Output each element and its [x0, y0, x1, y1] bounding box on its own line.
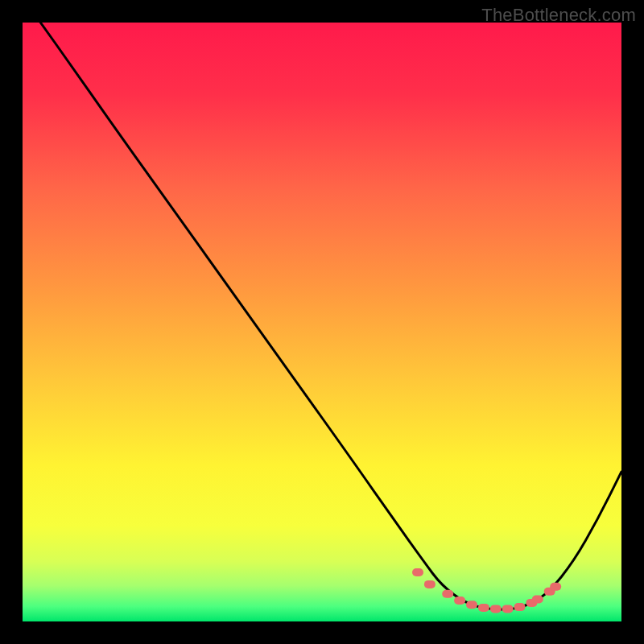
optimal-marker [514, 603, 526, 611]
optimal-marker [502, 605, 514, 613]
optimal-marker [490, 605, 502, 613]
chart-frame: TheBottleneck.com [0, 0, 644, 644]
optimal-marker [442, 590, 453, 598]
plot-area [23, 23, 621, 621]
optimal-marker [412, 568, 423, 576]
bottleneck-curve [23, 23, 621, 621]
optimal-marker [454, 597, 465, 605]
watermark-text: TheBottleneck.com [481, 5, 636, 26]
optimal-marker [466, 601, 477, 609]
optimal-marker [550, 583, 561, 591]
optimal-marker [424, 580, 436, 588]
optimal-marker [478, 604, 489, 612]
optimal-marker [532, 596, 543, 604]
